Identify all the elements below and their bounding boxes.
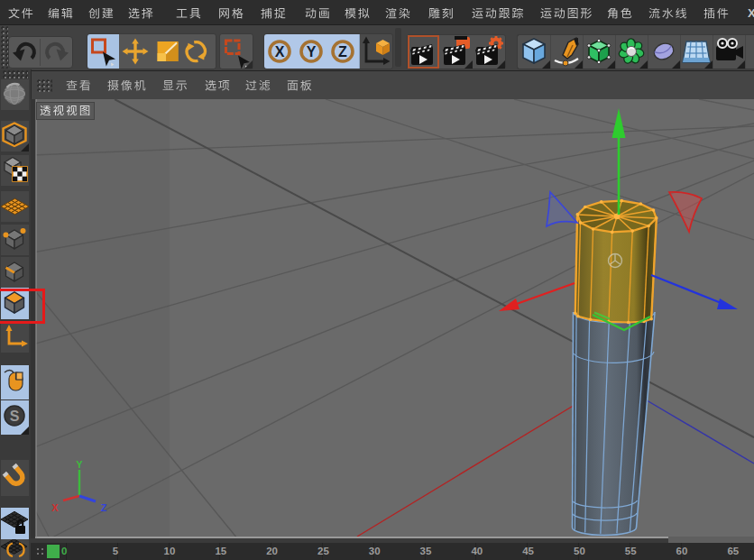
svg-text:S: S [10, 409, 20, 424]
svg-text:Z: Z [101, 502, 107, 513]
svg-text:X: X [51, 502, 59, 513]
svg-text:Y: Y [76, 459, 83, 470]
